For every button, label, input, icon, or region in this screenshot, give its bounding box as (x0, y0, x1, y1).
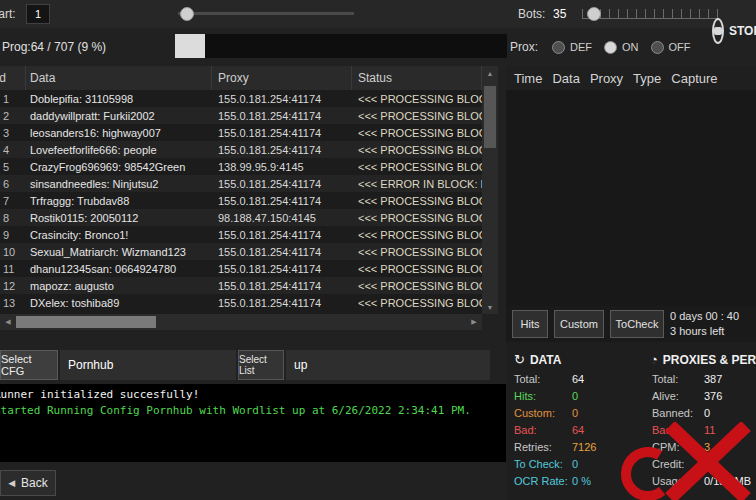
back-button[interactable]: ◀ Back (0, 470, 56, 496)
cell-status: <<< PROCESSING BLOCK (352, 229, 482, 241)
refresh-icon: ↻ (514, 352, 525, 367)
radio-icon (552, 41, 565, 54)
start-label: Start: (0, 7, 16, 21)
cell-status: <<< PROCESSING BLOCK (352, 144, 482, 156)
bots-label: Bots: (518, 7, 545, 21)
cell-status: <<< PROCESSING BLOCK (352, 93, 482, 105)
vertical-scrollbar-thumb[interactable] (484, 86, 496, 148)
cell-id: 3 (0, 127, 26, 139)
tab-hits[interactable]: Hits (512, 310, 548, 338)
cell-id: 1 (0, 93, 26, 105)
scroll-right-icon[interactable]: ▶ (466, 315, 482, 329)
bots-slider[interactable] (582, 6, 718, 20)
back-label: Back (21, 476, 48, 490)
vertical-scrollbar[interactable]: ▲ ▼ (482, 66, 498, 314)
cell-status: <<< PROCESSING BLOCK (352, 195, 482, 207)
column-header-type[interactable]: Type (633, 71, 661, 86)
back-arrow-icon: ◀ (8, 478, 15, 488)
cell-status: <<< PROCESSING BLOCK (352, 212, 482, 224)
stat-row: Bad: 11 (652, 421, 751, 438)
scroll-left-icon[interactable]: ◀ (0, 315, 16, 329)
table-row[interactable]: 12 mapozz: augusto 155.0.181.254:41174 <… (0, 277, 482, 294)
cell-proxy: 155.0.181.254:41174 (212, 110, 352, 122)
results-table: Id Data Proxy Status 1 Doblepifia: 31105… (0, 66, 482, 314)
data-stats: Total: 64 Hits: 0 Custom: 0 Bad: 64 Retr… (514, 370, 596, 489)
table-row[interactable]: 6 sinsandneedles: Ninjutsu2 155.0.181.25… (0, 175, 482, 192)
table-row[interactable]: 3 leosanders16: highway007 155.0.181.254… (0, 124, 482, 141)
cell-id: 4 (0, 144, 26, 156)
stop-button[interactable]: STOP (708, 0, 756, 62)
cell-proxy: 155.0.181.254:41174 (212, 297, 352, 309)
table-row[interactable]: 5 CrazyFrog696969: 98542Green 138.99.95.… (0, 158, 482, 175)
cell-id: 2 (0, 110, 26, 122)
config-name-field[interactable]: Pornhub (60, 350, 236, 380)
cell-proxy: 155.0.181.254:41174 (212, 229, 352, 241)
table-row[interactable]: 1 Doblepifia: 31105998 155.0.181.254:411… (0, 90, 482, 107)
progress-text: Prog:64 / 707 (9 %) (2, 40, 106, 54)
tab-custom[interactable]: Custom (554, 310, 604, 338)
column-header-data[interactable]: Data (26, 66, 212, 90)
elapsed-time: 0 days 00 : 40 (670, 309, 739, 324)
table-row[interactable]: 7 Trfraggg: Trubdav88 155.0.181.254:4117… (0, 192, 482, 209)
cell-data: Rostik0115: 20050112 (26, 212, 212, 224)
progress-bar (175, 34, 507, 58)
bots-value: 35 (553, 7, 566, 21)
stop-label: STOP (729, 24, 756, 38)
cell-id: 5 (0, 161, 26, 173)
stat-row: Hits: 0 (514, 387, 596, 404)
start-slider[interactable] (178, 6, 354, 20)
proxy-option-on[interactable]: ON (604, 41, 639, 54)
cell-id: 7 (0, 195, 26, 207)
log-line: Started Running Config Pornhub with Word… (0, 403, 506, 419)
cell-id: 9 (0, 229, 26, 241)
cell-data: Crasincity: Bronco1! (26, 229, 212, 241)
stat-row: Usage: 0/181 MB (652, 472, 751, 489)
column-header-data[interactable]: Data (552, 71, 579, 86)
horizontal-scrollbar[interactable]: ◀ ▶ (0, 314, 482, 330)
cell-status: <<< PROCESSING BLOCK (352, 110, 482, 122)
cell-proxy: 155.0.181.254:41174 (212, 178, 352, 190)
start-input[interactable]: 1 (26, 4, 50, 24)
cell-proxy: 98.188.47.150:4145 (212, 212, 352, 224)
stats-panel: ↻ DATA Total: 64 Hits: 0 Custom: 0 Bad: … (506, 342, 756, 500)
progress-value: 64 / 707 (9 %) (31, 40, 106, 54)
cell-proxy: 155.0.181.254:41174 (212, 93, 352, 105)
stat-row: Banned: 0 (652, 404, 751, 421)
column-header-time[interactable]: Time (514, 71, 542, 86)
tab-tocheck[interactable]: ToCheck (610, 310, 664, 338)
proxy-option-off[interactable]: OFF (651, 41, 691, 54)
table-row[interactable]: 9 Crasincity: Bronco1! 155.0.181.254:411… (0, 226, 482, 243)
horizontal-scrollbar-thumb[interactable] (16, 316, 156, 328)
cell-id: 12 (0, 280, 26, 292)
proxy-option-def[interactable]: DEF (552, 41, 592, 54)
data-stats-header: ↻ DATA (514, 352, 561, 367)
select-cfg-button[interactable]: Select CFG (0, 350, 58, 380)
column-header-id[interactable]: Id (0, 66, 26, 90)
table-row[interactable]: 8 Rostik0115: 20050112 98.188.47.150:414… (0, 209, 482, 226)
bots-slider-thumb[interactable] (587, 7, 601, 21)
log-output: Runner initialized succesfully! Started … (0, 384, 506, 462)
column-header-proxy[interactable]: Proxy (590, 71, 623, 86)
data-stats-title: DATA (530, 353, 562, 367)
column-header-proxy[interactable]: Proxy (212, 66, 352, 90)
table-row[interactable]: 11 dhanu12345san: 0664924780 155.0.181.2… (0, 260, 482, 277)
table-row[interactable]: 13 DXelex: toshiba89 155.0.181.254:41174… (0, 294, 482, 311)
wordlist-name-field[interactable]: up (286, 350, 490, 380)
cell-data: Doblepifia: 31105998 (26, 93, 212, 105)
table-row[interactable]: 4 Lovefeetforlife666: people 155.0.181.2… (0, 141, 482, 158)
start-slider-thumb[interactable] (180, 7, 194, 21)
column-header-status[interactable]: Status (352, 66, 482, 90)
scroll-down-icon[interactable]: ▼ (482, 300, 498, 314)
runner-window: Start: 1 Bots: 35 STOP Prog:64 / 707 (9 … (0, 0, 756, 500)
scroll-up-icon[interactable]: ▲ (482, 66, 498, 80)
stat-row: Total: 387 (652, 370, 751, 387)
stat-row: OCR Rate: 0 % (514, 472, 596, 489)
cell-data: leosanders16: highway007 (26, 127, 212, 139)
cell-id: 8 (0, 212, 26, 224)
results-table-header: Id Data Proxy Status (0, 66, 482, 90)
table-row[interactable]: 10 Sexual_Matriarch: Wizmand123 155.0.18… (0, 243, 482, 260)
progress-label: Prog: (2, 40, 31, 54)
select-list-button[interactable]: Select List (238, 350, 284, 380)
column-header-capture[interactable]: Capture (671, 71, 717, 86)
table-row[interactable]: 2 daddywillpratt: Furkii2002 155.0.181.2… (0, 107, 482, 124)
